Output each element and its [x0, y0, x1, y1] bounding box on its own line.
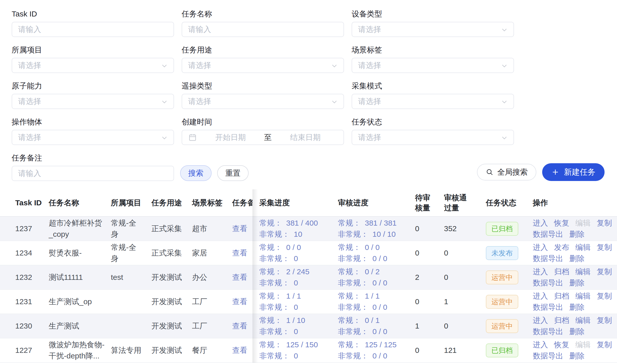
cell-task-name: 微波炉加热食物-干扰-depth降... — [49, 339, 111, 361]
action-archive[interactable]: 归档 — [554, 266, 569, 277]
task-note-input[interactable]: 请输入 — [12, 166, 174, 181]
irregular-value: 0 / 0 — [372, 352, 387, 360]
teleop-type-select[interactable]: 请选择 — [182, 94, 344, 109]
cell-scene-tag: 工厂 — [192, 296, 232, 307]
action-delete[interactable]: 删除 — [569, 253, 585, 264]
action-delete[interactable]: 删除 — [569, 326, 585, 337]
search-button[interactable]: 搜索 — [180, 165, 212, 181]
task-name-input[interactable]: 请输入 — [182, 22, 344, 37]
action-edit[interactable]: 编辑 — [575, 290, 591, 302]
irregular-value: 0 / 0 — [372, 303, 387, 311]
header-pending-count: 待审核量 — [415, 193, 444, 213]
action-edit[interactable]: 编辑 — [575, 242, 591, 253]
action-delete[interactable]: 删除 — [569, 350, 585, 361]
cell-project: test — [111, 272, 151, 283]
task-purpose-select[interactable]: 请选择 — [182, 58, 344, 73]
cell-pending-count: 0 — [415, 223, 444, 234]
action-export[interactable]: 数据导出 — [533, 302, 563, 313]
action-copy[interactable]: 复制 — [597, 290, 612, 302]
action-export[interactable]: 数据导出 — [533, 277, 563, 288]
action-enter[interactable]: 进入 — [533, 242, 548, 253]
chevron-down-icon — [330, 62, 338, 70]
filter-scene-tag: 场景标签 请选择 — [352, 46, 514, 73]
view-note-link[interactable]: 查看 — [232, 297, 247, 306]
filter-operation-object: 操作物体 请选择 — [12, 118, 174, 145]
scene-tag-select[interactable]: 请选择 — [352, 58, 514, 73]
atomic-capability-select[interactable]: 请选择 — [12, 94, 174, 109]
action-delete[interactable]: 删除 — [569, 229, 585, 240]
action-edit[interactable]: 编辑 — [575, 266, 591, 277]
action-delete[interactable]: 删除 — [569, 302, 585, 313]
new-task-button[interactable]: 新建任务 — [542, 163, 605, 181]
device-type-select[interactable]: 请选择 — [352, 22, 514, 37]
action-edit[interactable]: 编辑 — [575, 315, 591, 326]
action-export[interactable]: 数据导出 — [533, 326, 563, 337]
action-publish[interactable]: 发布 — [554, 242, 569, 253]
action-enter[interactable]: 进入 — [533, 217, 548, 229]
cell-task-note: 查看 — [232, 247, 252, 259]
field-label: 任务备注 — [12, 154, 174, 162]
start-date-placeholder[interactable]: 开始日期 — [198, 132, 263, 143]
action-archive[interactable]: 归档 — [554, 315, 569, 326]
cell-project: 算法专用 — [111, 345, 151, 356]
irregular-value: 0 — [294, 327, 298, 336]
regular-value: 1 / 1 — [286, 292, 301, 300]
action-restore[interactable]: 恢复 — [554, 339, 569, 350]
cell-task-id: 1231 — [0, 296, 49, 307]
project-select[interactable]: 请选择 — [12, 58, 174, 73]
end-date-placeholder[interactable]: 结束日期 — [273, 132, 337, 143]
table-row: 1231 生产测试_op 开发测试 工厂 查看 常规：1 / 1 非常规：0 常… — [0, 290, 617, 314]
cell-pending-count: 0 — [415, 296, 444, 307]
cell-scene-tag: 超市 — [192, 223, 232, 234]
view-note-link[interactable]: 查看 — [232, 273, 247, 281]
global-search-button[interactable]: 全局搜索 — [477, 164, 536, 180]
cell-actions: 进入 恢复 编辑 复制 数据导出 删除 — [533, 217, 617, 240]
view-note-link[interactable]: 查看 — [232, 322, 247, 330]
field-label: 创建时间 — [182, 118, 344, 126]
irregular-value: 0 — [294, 352, 298, 360]
cell-actions: 进入 归档 编辑 复制 数据导出 删除 — [533, 266, 617, 288]
regular-label: 常规： — [259, 316, 282, 324]
action-copy[interactable]: 复制 — [597, 266, 612, 277]
chevron-down-icon — [330, 98, 338, 106]
cell-passed-count: 0 — [444, 320, 486, 332]
irregular-label: 非常规： — [338, 327, 368, 336]
filter-task-name: 任务名称 请输入 — [182, 10, 344, 37]
placeholder: 请选择 — [358, 96, 381, 107]
cell-collect-progress: 常规：381 / 400 非常规：10 — [252, 217, 338, 240]
cell-pending-count: 2 — [415, 272, 444, 283]
action-export[interactable]: 数据导出 — [533, 253, 563, 264]
view-note-link[interactable]: 查看 — [232, 224, 247, 233]
action-archive[interactable]: 归档 — [554, 290, 569, 302]
action-enter[interactable]: 进入 — [533, 266, 548, 277]
task-status-select[interactable]: 请选择 — [352, 130, 514, 145]
task-management-page: Task ID 请输入 任务名称 请输入 设备类型 请选择 所属项目 请选择 — [0, 0, 617, 364]
operation-object-select[interactable]: 请选择 — [12, 130, 174, 145]
task-id-input[interactable]: 请输入 — [12, 22, 174, 37]
placeholder: 请选择 — [188, 60, 211, 71]
action-export[interactable]: 数据导出 — [533, 350, 563, 361]
action-copy[interactable]: 复制 — [597, 315, 612, 326]
header-purpose: 任务用途 — [151, 198, 192, 208]
action-copy[interactable]: 复制 — [597, 339, 612, 350]
cell-task-note: 查看 — [232, 345, 252, 356]
view-note-link[interactable]: 查看 — [232, 346, 247, 354]
placeholder: 请选择 — [358, 60, 381, 71]
placeholder: 请输入 — [18, 168, 41, 179]
action-restore[interactable]: 恢复 — [554, 217, 569, 229]
cell-task-note: 查看 — [232, 296, 252, 307]
action-export[interactable]: 数据导出 — [533, 229, 563, 240]
action-copy[interactable]: 复制 — [597, 242, 612, 253]
reset-button[interactable]: 重置 — [217, 165, 249, 181]
action-copy[interactable]: 复制 — [597, 217, 612, 229]
action-enter[interactable]: 进入 — [533, 339, 548, 350]
view-note-link[interactable]: 查看 — [232, 249, 247, 257]
action-delete[interactable]: 删除 — [569, 277, 585, 288]
regular-label: 常规： — [338, 292, 361, 300]
chevron-down-icon — [160, 98, 168, 106]
action-enter[interactable]: 进入 — [533, 315, 548, 326]
cell-purpose: 开发测试 — [151, 272, 192, 283]
collect-mode-select[interactable]: 请选择 — [352, 94, 514, 109]
date-range-input[interactable]: 开始日期 至 结束日期 — [182, 130, 344, 145]
action-enter[interactable]: 进入 — [533, 290, 548, 302]
